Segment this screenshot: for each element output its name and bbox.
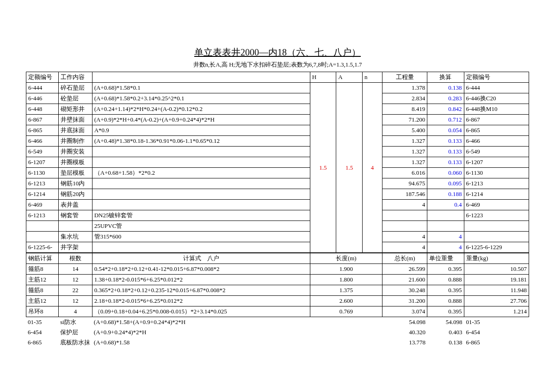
table-row: 6-466 井圈制作 (A+0.48)*1.38*0.18-1.36*0.91*… <box>26 136 529 147</box>
cell-w: 0.403 <box>427 327 464 337</box>
cell-total: 40.320 <box>382 327 427 337</box>
cell-code: 6-1214 <box>26 189 59 200</box>
cell-conv: 0.133 <box>427 136 464 147</box>
page-title: 单立表表井2000—内18（六、七、八户） <box>26 46 529 59</box>
hdr-work: 工作内容 <box>59 72 92 83</box>
cell-conv <box>427 210 464 221</box>
cell-length: 1.800 <box>310 275 382 285</box>
cell-formula: 0.365*2+0.18*2+0.12+0.235-12*0.015+6.87*… <box>92 285 310 296</box>
cell-code2: 6-867 <box>464 115 529 125</box>
table-row: 6-1214 钢筋20内 187.546 0.188 6-1214 <box>26 189 529 200</box>
table-row: 6-454 保护层 (A+0.9+0.24*4)*2*H 40.320 0.40… <box>26 327 529 337</box>
cell-formula <box>92 157 310 168</box>
cell-qty: 4 <box>382 242 427 253</box>
cell-code2: 6-1130 <box>464 168 529 178</box>
cell-work: 砌矩形井 <box>59 104 92 115</box>
cell-code: 6-549 <box>26 147 59 157</box>
cell-code: 6-1130 <box>26 168 59 178</box>
cell-formula <box>92 200 310 210</box>
cell-code: 6-1213 <box>26 178 59 189</box>
cell-qty <box>382 210 427 221</box>
cell-formula: 1.38+0.18*2-0.015*6+6.25*0.012*2 <box>92 275 310 285</box>
cell-type: 主筋12 <box>26 296 59 306</box>
cell-formula: (A+0.68)*1.58*0.1 <box>92 83 310 93</box>
cell-work: 钢套管 <box>59 210 92 221</box>
table-row: 6-448 砌矩形井 (A+0.24+1.14)*2*H*0.24+(A-0.2… <box>26 104 529 115</box>
cell-code2: 6-865 <box>464 337 529 348</box>
cell-conv: 0.842 <box>427 104 464 115</box>
val-n: 4 <box>362 83 382 253</box>
cell-code2: 6-1207 <box>464 157 529 168</box>
table-row: 6-446 砼垫层 (A+0.68)*1.58*0.2+3.14*0.25^2*… <box>26 93 529 104</box>
hdr-code: 定额编号 <box>26 72 59 83</box>
cell-formula: DN25镀锌套管 <box>92 210 310 221</box>
hdr2-calc: 钢筋计算 <box>26 253 59 264</box>
cell-formula: A*0.9 <box>92 125 310 136</box>
val-H: 1.5 <box>310 83 336 253</box>
cell-conv: 4 <box>427 232 464 242</box>
cell-code: 6-446 <box>26 93 59 104</box>
table-row: 6-1225-6- 井字架 4 4 6-1225-6-1229 <box>26 242 529 253</box>
cell-conv: 0.095 <box>427 178 464 189</box>
cell-formula: (A+0.9)*2*H+0.4*(A-0.2)+(A+0.9+0.24*4)*2… <box>92 115 310 125</box>
cell-length: 1.375 <box>310 285 382 296</box>
cell-code2 <box>464 232 529 242</box>
table-row: 6-549 井圈安装 1.327 0.133 6-549 <box>26 147 529 157</box>
cell-code: 6-1207 <box>26 157 59 168</box>
cell-total: 3.074 <box>382 306 427 317</box>
cell-work: 底板防水抹 <box>58 337 92 348</box>
table-row: 25UPVC管 <box>26 221 529 232</box>
hdr2-mass: 重量(kg) <box>464 253 529 264</box>
cell-code2: 6-466 <box>464 136 529 147</box>
cell-conv: 0.188 <box>427 189 464 200</box>
cell-formula: （A+0.68+1.58）*2*0.2 <box>92 168 310 178</box>
main-table: 定额编号 工作内容 H A n 工程量 换算 定额编号 6-444 碎石垫层 (… <box>26 72 529 253</box>
footer-table: 01-35 si防水 (A+0.68)*1.58+(A+0.9+0.24*4)*… <box>26 317 529 348</box>
page-subtitle: 井数n,长A,高 H;无地下水扣碎石垫层;表数为6,7,8时;A=1.3,1.5… <box>26 61 529 69</box>
cell-formula: 0.54*2+0.18*2+0.12+0.41-12*0.015+6.87*0.… <box>92 264 310 275</box>
cell-qty: 1.378 <box>382 83 427 93</box>
hdr-conv: 换算 <box>427 72 464 83</box>
val-A: 1.5 <box>336 83 363 253</box>
cell-count: 22 <box>59 285 92 296</box>
cell-qty: 1.327 <box>382 157 427 168</box>
cell-code2 <box>464 221 529 232</box>
table-row: 6-865 井底抹面 A*0.9 5.400 0.054 6-865 <box>26 125 529 136</box>
cell-formula: 2.18+0.18*2-0.015*6+6.25*0.012*2 <box>92 296 310 306</box>
cell-formula: (A+0.68)*1.58+(A+0.9+0.24*4)*2*H <box>92 317 310 327</box>
cell-type: 箍筋8 <box>26 285 59 296</box>
cell-work: 井字架 <box>59 242 92 253</box>
cell-mass: 19.181 <box>464 275 529 285</box>
cell-conv: 0.4 <box>427 200 464 210</box>
cell-code2: 6-454 <box>464 327 529 337</box>
cell-code2: 6-1225-6-1229 <box>464 242 529 253</box>
table-row: 6-444 碎石垫层 (A+0.68)*1.58*0.1 1.5 1.5 4 1… <box>26 83 529 93</box>
cell-code2: 6-1213 <box>464 178 529 189</box>
cell-code2: 6-469 <box>464 200 529 210</box>
cell-formula: （0.09+0.18+0.04+6.25*0.008-0.015）*2+3.14… <box>92 306 310 317</box>
cell-code: 6-1213 <box>26 210 59 221</box>
rebar-table: 钢筋计算 根数 计算式 八户 长度(m) 总长(m) 单位重量 重量(kg) 箍… <box>26 253 529 317</box>
table-row: 主筋12 12 1.38+0.18*2-0.015*6+6.25*0.012*2… <box>26 275 529 285</box>
cell-qty: 4 <box>382 200 427 210</box>
cell-total: 21.600 <box>382 275 427 285</box>
cell-formula <box>92 147 310 157</box>
cell-type: 吊环8 <box>26 306 59 317</box>
cell-work <box>59 221 92 232</box>
cell-work: 集水坑 <box>59 232 92 242</box>
table-row: 6-865 底板防水抹 (A+0.68)*1.58 13.778 0.138 6… <box>26 337 529 348</box>
cell-work: 钢筋20内 <box>59 189 92 200</box>
cell-conv: 0.138 <box>427 83 464 93</box>
cell-code2: 6-865 <box>464 125 529 136</box>
cell-mass: 10.507 <box>464 264 529 275</box>
cell-qty: 8.419 <box>382 104 427 115</box>
cell-conv <box>427 221 464 232</box>
cell-total: 13.778 <box>382 337 427 348</box>
cell-code: 6-865 <box>26 337 58 348</box>
cell-conv: 0.054 <box>427 125 464 136</box>
cell-total: 30.248 <box>382 285 427 296</box>
cell-code: 6-444 <box>26 83 59 93</box>
cell-unitw: 0.395 <box>427 306 464 317</box>
cell-code2: 6-444 <box>464 83 529 93</box>
cell-total: 31.200 <box>382 296 427 306</box>
